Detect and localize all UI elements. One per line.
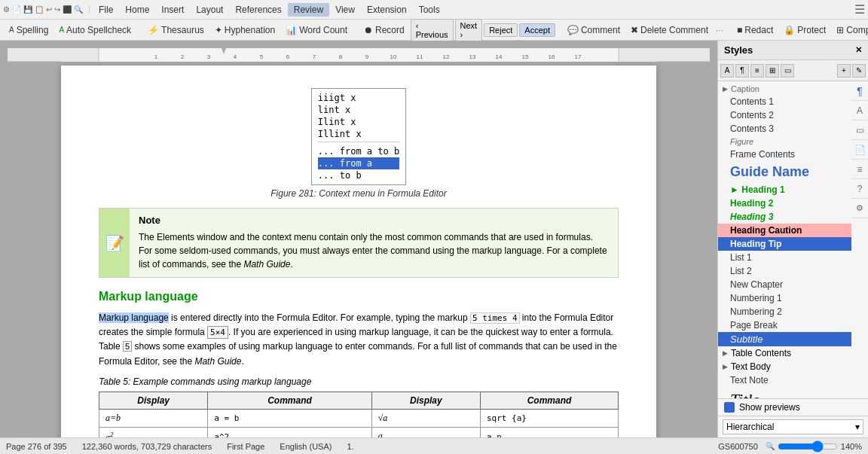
status-bar-right: GS600750 🔍 140% <box>718 440 862 452</box>
formula-item-6[interactable]: ... from a <box>318 157 399 169</box>
svg-text:9: 9 <box>365 53 369 60</box>
toolbar-accept[interactable]: Accept <box>519 23 555 37</box>
document-code: GS600750 <box>718 442 758 451</box>
styles-btn-list[interactable]: ≡ <box>750 64 764 78</box>
formula-item-7[interactable]: ... to b <box>318 169 399 181</box>
menu-tools[interactable]: Tools <box>413 3 446 17</box>
col-header-display1: Display <box>99 392 208 409</box>
toolbar-hyphenation[interactable]: ✦ Hyphenation <box>210 23 280 37</box>
style-list1[interactable]: List 1 <box>718 251 851 264</box>
menu-extension[interactable]: Extension <box>361 3 413 17</box>
styles-list: ▶ Caption Contents 1 Contents 2 Contents… <box>718 81 851 398</box>
formula-item-4: Illint x <box>318 128 399 140</box>
arrow-icon2: ▶ <box>723 349 728 357</box>
styles-btn-para[interactable]: ¶ <box>735 64 749 78</box>
toolbar-thesaurus[interactable]: ⚡ Thesaurus <box>143 23 209 37</box>
style-group-text-body[interactable]: ▶ Text Body <box>718 360 851 373</box>
style-group-table-contents[interactable]: ▶ Table Contents <box>718 346 851 360</box>
show-previews-icon <box>724 402 735 413</box>
toolbar-wordcount[interactable]: 📊 Word Count <box>281 23 352 37</box>
style-text-body[interactable]: Text Body <box>731 361 771 372</box>
toolbar-autospell[interactable]: A Auto Spellcheck <box>54 23 136 37</box>
note-title: Note <box>139 215 609 226</box>
style-heading2[interactable]: Heading 2 <box>718 197 851 210</box>
styles-btn-frame[interactable]: ▭ <box>781 64 794 78</box>
style-numbering2[interactable]: Numbering 2 <box>718 305 851 318</box>
style-guide-name[interactable]: Guide Name <box>718 161 851 183</box>
style-subtitle[interactable]: Subtitle <box>718 332 851 346</box>
style-figure[interactable]: Figure <box>718 136 851 148</box>
menu-hamburger[interactable]: ☰ <box>854 2 865 17</box>
table-row: a=b a = b √a sqrt {a} <box>99 409 619 427</box>
zoom-slider[interactable] <box>778 440 838 452</box>
svg-text:8: 8 <box>339 53 343 60</box>
style-table-contents[interactable]: Table Contents <box>731 348 791 358</box>
body-text-1: Markup language is entered directly into… <box>99 311 619 369</box>
styles-btn-new[interactable]: + <box>837 64 851 78</box>
svg-text:12: 12 <box>443 53 450 60</box>
menu-home[interactable]: Home <box>119 3 155 17</box>
style-icon-para[interactable]: ¶ <box>851 81 868 101</box>
figure-caption: Figure 281: Context menu in Formula Edit… <box>99 188 619 199</box>
style-frame-contents[interactable]: Frame Contents <box>718 148 851 161</box>
toolbar-compare[interactable]: ⊞ Compare <box>832 23 868 37</box>
style-heading-tip[interactable]: Heading Tip <box>718 237 851 251</box>
styles-btn-table[interactable]: ⊞ <box>766 64 779 78</box>
language: English (USA) <box>280 442 332 451</box>
note-icon: 📝 <box>99 209 130 277</box>
table-caption: Table 5: Example commands using markup l… <box>99 376 619 387</box>
toolbar-previous[interactable]: ‹ Previous <box>411 19 454 41</box>
styles-btn-a[interactable]: A <box>720 64 734 78</box>
style-icon-char[interactable]: A <box>851 101 868 120</box>
status-bar: Page 276 of 395 122,360 words, 703,729 c… <box>0 437 868 454</box>
style-list2[interactable]: List 2 <box>718 264 851 278</box>
style-heading1[interactable]: ► Heading 1 <box>718 183 851 197</box>
styles-close-btn[interactable]: ✕ <box>855 45 862 55</box>
style-caption[interactable]: Caption <box>731 84 760 93</box>
toolbar-next[interactable]: Next › <box>455 19 483 41</box>
toolbar-redact[interactable]: ■ Redact <box>732 23 778 37</box>
toolbar-spelling[interactable]: A Spelling <box>5 23 53 37</box>
menu-insert[interactable]: Insert <box>155 3 190 17</box>
menu-file[interactable]: File <box>93 3 119 17</box>
menu-review[interactable]: Review <box>288 3 329 17</box>
toolbar-protect[interactable]: 🔒 Protect <box>779 23 830 37</box>
style-new-chapter[interactable]: New Chapter <box>718 278 851 291</box>
style-heading-caution[interactable]: Heading Caution <box>718 224 851 237</box>
styles-btn-edit[interactable]: ✎ <box>852 64 866 78</box>
style-contents3[interactable]: Contents 3 <box>718 122 851 136</box>
menu-view[interactable]: View <box>329 3 361 17</box>
styles-dropdown[interactable]: Hierarchical ▾ <box>723 419 863 434</box>
style-heading3[interactable]: Heading 3 <box>718 210 851 224</box>
style-text-note[interactable]: Text Note <box>718 373 851 387</box>
styles-dropdown-value: Hierarchical <box>726 422 774 432</box>
style-icon-frame[interactable]: ▭ <box>851 120 868 140</box>
style-icon-settings[interactable]: ⚙ <box>851 199 868 218</box>
style-page-break[interactable]: Page Break <box>718 318 851 332</box>
markup-highlight: Markup language <box>99 312 169 323</box>
toolbar: A Spelling A Auto Spellcheck ⚡ Thesaurus… <box>0 20 868 41</box>
toolbar-comment[interactable]: 💬 Comment <box>563 23 625 37</box>
style-icon-search[interactable]: ? <box>851 179 868 199</box>
note-box: 📝 Note The Elements window and the conte… <box>99 208 619 278</box>
toolbar-reject[interactable]: Reject <box>484 23 518 37</box>
formula-item-5[interactable]: ... from a to b <box>318 145 399 157</box>
toolbar-record[interactable]: ⏺ Record <box>359 23 409 37</box>
document-area[interactable]: 1 2 3 4 5 6 7 8 9 10 11 12 13 14 15 16 1… <box>0 41 717 437</box>
show-previews-label: Show previews <box>739 402 800 413</box>
svg-text:17: 17 <box>575 53 582 60</box>
style-icon-page[interactable]: 📄 <box>851 140 868 160</box>
style-numbering1[interactable]: Numbering 1 <box>718 291 851 305</box>
toolbar-delete-comment[interactable]: ✖ Delete Comment <box>626 23 713 37</box>
arrow-icon3: ▶ <box>723 363 728 370</box>
svg-text:14: 14 <box>496 53 503 60</box>
styles-title: Styles <box>724 44 753 56</box>
style-group-caption[interactable]: ▶ Caption <box>718 83 851 95</box>
menu-layout[interactable]: Layout <box>190 3 229 17</box>
style-icon-list[interactable]: ≡ <box>851 160 868 179</box>
menu-bar: ⚙ 📄 💾 📋 ↩ ↪ ⬛ 🔍 File Home Insert Layout … <box>0 0 868 20</box>
style-contents1[interactable]: Contents 1 <box>718 95 851 108</box>
menu-references[interactable]: References <box>229 3 287 17</box>
style-title[interactable]: Title <box>718 387 851 398</box>
style-contents2[interactable]: Contents 2 <box>718 108 851 122</box>
